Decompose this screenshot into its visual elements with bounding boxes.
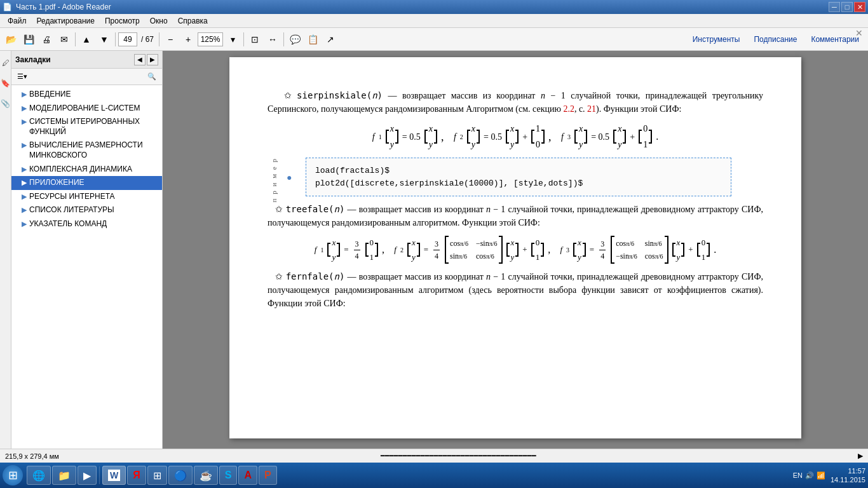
select-tool-button[interactable]: ↗: [322, 31, 339, 48]
email-button[interactable]: ✉: [56, 31, 72, 48]
toolbar-right: Инструменты Подписание Комментарии: [686, 32, 865, 46]
menu-file[interactable]: Файл: [3, 15, 32, 27]
bookmark-literature[interactable]: ▶ СПИСОК ЛИТЕРАТУРЫ: [11, 203, 162, 217]
bookmark-vvedenie[interactable]: ▶ ВВЕДЕНИЕ: [11, 88, 162, 102]
page-input[interactable]: [118, 32, 137, 46]
pdf-page: ✩ sierpinskiale(n) — возвращает массив и…: [229, 57, 801, 438]
bookmark-label-1: ВВЕДЕНИЕ: [29, 90, 71, 100]
ie-icon: 🌐: [32, 470, 45, 482]
bookmark-label-8: СПИСОК ЛИТЕРАТУРЫ: [29, 205, 114, 215]
strip-icon-2[interactable]: 🔖: [1, 74, 11, 93]
next-page-button[interactable]: ▼: [96, 31, 112, 48]
powerpoint-icon: P: [264, 470, 271, 481]
menu-edit[interactable]: Редактирование: [32, 15, 100, 27]
sign-button[interactable]: Подписание: [747, 32, 803, 46]
bookmark-label-7: РЕСУРСЫ ИНТЕРНЕТА: [29, 192, 115, 202]
menu-help[interactable]: Справка: [173, 15, 213, 27]
bookmark-sif[interactable]: ▶ СИСТЕМЫ ИТЕРИРОВАННЫХ ФУНКЦИЙ: [11, 115, 162, 139]
taskbar: ⊞ 🌐 📁 ▶ W Я ⊞ 🔵 ☕ S A P EN 🔊 📶 11:57: [0, 463, 868, 488]
sidebar: Закладки ◀ ▶ ☰▾ 🔍 ▶ ВВЕДЕНИЕ ▶ МОДЕЛИРОВ…: [11, 51, 163, 449]
prev-page-button[interactable]: ▲: [78, 31, 95, 48]
taskbar-yandex[interactable]: Я: [127, 466, 146, 485]
code-line-2: plot2d([discrete,sierpinskiale(10000)], …: [315, 177, 722, 190]
taskbar-chrome[interactable]: 🔵: [168, 466, 193, 485]
bookmark-icon-8: ▶: [22, 206, 27, 214]
tray-volume-icon[interactable]: 🔊: [805, 471, 814, 480]
sidebar-options-button[interactable]: ☰▾: [14, 71, 31, 83]
zoom-input[interactable]: [198, 32, 223, 46]
taskbar-word[interactable]: W: [102, 466, 126, 485]
open-button[interactable]: 📂: [3, 31, 19, 48]
taskbar-java[interactable]: ☕: [194, 466, 218, 485]
sidebar-header: Закладки ◀ ▶: [11, 51, 162, 69]
code-line-1: load(fractals)$: [315, 165, 722, 177]
menu-window[interactable]: Окно: [145, 15, 173, 27]
tray-network-icon[interactable]: 📶: [817, 471, 825, 480]
zoom-dropdown-button[interactable]: ▾: [224, 31, 241, 48]
bookmark-commands[interactable]: ▶ УКАЗАТЕЛЬ КОМАНД: [11, 217, 162, 231]
code-label: п р и м е р: [270, 158, 278, 202]
save-button[interactable]: 💾: [20, 31, 37, 48]
clock[interactable]: 11:57 14.11.2015: [831, 466, 865, 485]
bookmark-icon-4: ▶: [22, 141, 27, 149]
matrix-f3-add: 01: [639, 122, 652, 151]
sidebar-header-buttons: ◀ ▶: [134, 54, 158, 65]
zoom-out-button[interactable]: −: [162, 31, 179, 48]
sidebar-expand-button[interactable]: ▶: [147, 54, 158, 65]
explorer-icon: 📁: [58, 470, 71, 482]
bookmark-lsystems[interactable]: ▶ МОДЕЛИРОВАНИЕ L-СИСТЕМ: [11, 102, 162, 116]
sidebar-collapse-button[interactable]: ◀: [134, 54, 146, 65]
print-button[interactable]: 🖨: [38, 31, 55, 48]
strip-icon-3[interactable]: 📎: [1, 94, 11, 113]
matrix-f2-inner: xy: [506, 122, 519, 151]
separator-1: [75, 32, 76, 46]
separator-4: [243, 32, 244, 46]
bookmark-icon-2: ▶: [22, 104, 27, 112]
taskbar-powerpoint[interactable]: P: [259, 466, 277, 485]
taskbar-media[interactable]: ▶: [78, 466, 97, 485]
fit-page-button[interactable]: ⊡: [247, 31, 263, 48]
taskbar-skype[interactable]: S: [219, 466, 238, 485]
start-button[interactable]: ⊞: [3, 465, 23, 485]
bookmark-label-3: СИСТЕМЫ ИТЕРИРОВАННЫХ ФУНКЦИЙ: [29, 117, 158, 137]
stamp-button[interactable]: 📋: [304, 31, 321, 48]
taskbar-right: EN 🔊 📶 11:57 14.11.2015: [793, 466, 865, 485]
taskbar-ie[interactable]: 🌐: [27, 466, 51, 485]
page-total: / 67: [139, 35, 156, 44]
titlebar-controls: ─ □ ✕: [829, 2, 865, 12]
menubar: Файл Редактирование Просмотр Окно Справк…: [0, 14, 868, 28]
bookmark-icon-7: ▶: [22, 193, 27, 201]
yandex-icon: Я: [133, 470, 140, 481]
pdf-area[interactable]: ✩ sierpinskiale(n) — возвращает массив и…: [163, 51, 868, 449]
close-button[interactable]: ✕: [854, 2, 865, 12]
bookmark-icon-6: ▶: [22, 179, 27, 187]
toolbar: 📂 💾 🖨 ✉ ▲ ▼ / 67 − + ▾ ⊡ ↔ 💬 📋 ↗ Инструм…: [0, 28, 868, 51]
comment-button[interactable]: 💬: [287, 31, 303, 48]
system-tray: EN 🔊 📶: [793, 471, 825, 480]
taskbar-tiles[interactable]: ⊞: [147, 466, 167, 485]
sidebar-title: Закладки: [15, 55, 51, 64]
pdf-treefale-text: ✩ treefale(n) — возвращает массив из коо…: [268, 203, 763, 229]
maximize-button[interactable]: □: [841, 2, 853, 12]
code-block[interactable]: load(fractals)$ plot2d([discrete,sierpin…: [306, 158, 731, 196]
taskbar-acrobat[interactable]: A: [238, 466, 257, 485]
java-icon: ☕: [200, 470, 212, 482]
bookmark-internet[interactable]: ▶ РЕСУРСЫ ИНТЕРНЕТА: [11, 190, 162, 204]
menu-view[interactable]: Просмотр: [100, 15, 145, 27]
tray-lang[interactable]: EN: [793, 471, 803, 479]
window-title: Часть 1.pdf - Adobe Reader: [16, 3, 111, 11]
close-panel-icon[interactable]: ✕: [855, 28, 863, 38]
taskbar-separator: [99, 466, 100, 484]
zoom-in-button[interactable]: +: [180, 31, 196, 48]
taskbar-explorer[interactable]: 📁: [52, 466, 76, 485]
bookmark-complex[interactable]: ▶ КОМПЛЕКСНАЯ ДИНАМИКА: [11, 163, 162, 177]
strip-icon-1[interactable]: 🖊: [1, 53, 11, 72]
minimize-button[interactable]: ─: [829, 2, 840, 12]
bookmark-prilozhenie[interactable]: ▶ ПРИЛОЖЕНИЕ: [11, 176, 162, 190]
sidebar-search-button[interactable]: 🔍: [144, 71, 159, 83]
fit-width-button[interactable]: ↔: [264, 31, 281, 48]
scroll-indicator: ━━━━━━━━━━━━━━━━━━━━━━━━━━━━━━━━━━━: [59, 452, 858, 460]
matrix-f2-input: xy: [467, 122, 480, 151]
tools-button[interactable]: Инструменты: [686, 32, 747, 46]
bookmark-minkowski[interactable]: ▶ ВЫЧИСЛЕНИЕ РАЗМЕРНОСТИ МИНКОВСКОГО: [11, 139, 162, 162]
